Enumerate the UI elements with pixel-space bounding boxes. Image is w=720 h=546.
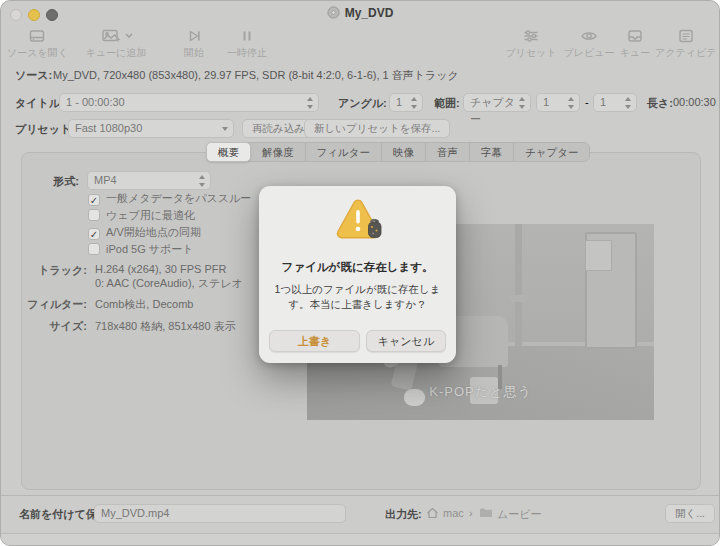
checkbox-icon: ✓ bbox=[88, 194, 100, 206]
stepper-icon bbox=[625, 97, 632, 109]
checkbox-icon: ✓ bbox=[88, 228, 100, 240]
start-button[interactable]: 開始 bbox=[176, 27, 212, 60]
cancel-button[interactable]: キャンセル bbox=[366, 330, 446, 352]
title-select[interactable]: 1 - 00:00:30 bbox=[59, 93, 319, 112]
activity-icon bbox=[655, 27, 717, 45]
overwrite-alert-dialog: ファイルが既に存在します。 1つ以上のファイルが既に存在します。本当に上書きしま… bbox=[259, 186, 456, 363]
format-select-value: MP4 bbox=[94, 174, 117, 186]
handbrake-window: My_DVD ソースを開く キューに追加 開始 一時停止 bbox=[0, 0, 720, 546]
title-select-value: 1 - 00:00:30 bbox=[66, 96, 125, 108]
overwrite-button[interactable]: 上書き bbox=[269, 330, 360, 352]
checkbox-label: iPod 5G サポート bbox=[106, 243, 194, 255]
dialog-message: 1つ以上のファイルが既に存在します。本当に上書きしますか？ bbox=[272, 282, 444, 312]
dropdown-arrow-icon bbox=[222, 127, 228, 131]
tab-summary[interactable]: 概要 bbox=[206, 142, 251, 162]
angle-select-value: 1 bbox=[396, 96, 402, 108]
disc-icon bbox=[327, 6, 340, 22]
size-label: サイズ: bbox=[9, 319, 87, 334]
preview-eye-icon bbox=[561, 27, 617, 45]
checkbox-av-align[interactable]: ✓A/V開始地点の同期 bbox=[88, 225, 201, 240]
activity-button[interactable]: アクティビティ bbox=[655, 27, 717, 60]
handbrake-badge-icon bbox=[368, 218, 381, 237]
angle-label: アングル: bbox=[338, 96, 387, 111]
add-to-queue-label: キューに追加 bbox=[81, 46, 151, 60]
tab-subtitles[interactable]: 字幕 bbox=[470, 143, 514, 161]
add-to-queue-button[interactable]: キューに追加 bbox=[81, 27, 151, 60]
stepper-icon bbox=[199, 175, 206, 187]
checkbox-web-optimized[interactable]: ウェブ用に最適化 bbox=[88, 208, 195, 223]
range-dash: - bbox=[585, 96, 589, 108]
presets-button[interactable]: プリセット bbox=[503, 27, 559, 60]
preview-wall-ledge bbox=[510, 295, 527, 303]
save-new-preset-button[interactable]: 新しいプリセットを保存... bbox=[304, 119, 450, 138]
range-to-value: 1 bbox=[600, 96, 606, 108]
tab-chapters[interactable]: チャプター bbox=[514, 143, 589, 161]
window-title-text: My_DVD bbox=[345, 6, 394, 20]
format-label: 形式: bbox=[41, 174, 79, 189]
preview-door-window bbox=[585, 240, 613, 271]
preview-label: プレビュー bbox=[561, 46, 617, 60]
open-source-icon bbox=[7, 27, 67, 45]
checkbox-label: A/V開始地点の同期 bbox=[106, 226, 201, 238]
checkbox-metadata-passthru[interactable]: ✓一般メタデータをパススルー bbox=[88, 191, 251, 206]
duration-label: 長さ: bbox=[647, 96, 673, 111]
filename-input[interactable]: My_DVD.mp4 bbox=[94, 504, 346, 523]
range-from-select[interactable]: 1 bbox=[536, 93, 580, 112]
breadcrumb-separator: › bbox=[469, 507, 473, 519]
tracks-line2: 0: AAC (CoreAudio), ステレオ bbox=[95, 276, 243, 291]
start-label: 開始 bbox=[176, 46, 212, 60]
destination-home[interactable]: mac bbox=[443, 507, 464, 519]
window-bottom-strip bbox=[1, 533, 719, 546]
destination-folder[interactable]: ムービー bbox=[497, 507, 542, 522]
folder-icon bbox=[479, 507, 493, 519]
preview-wall-column bbox=[515, 224, 522, 346]
preset-select[interactable]: Fast 1080p30 bbox=[68, 119, 234, 138]
size-line1: 718x480 格納, 851x480 表示 bbox=[95, 319, 236, 334]
title-label: タイトル: bbox=[15, 96, 64, 111]
pause-label: 一時停止 bbox=[219, 46, 275, 60]
checkbox-label: 一般メタデータをパススルー bbox=[106, 192, 251, 204]
open-source-button[interactable]: ソースを開く bbox=[7, 27, 67, 60]
stepper-icon bbox=[307, 97, 314, 109]
stepper-icon bbox=[411, 97, 418, 109]
open-button[interactable]: 開く... bbox=[665, 504, 715, 523]
queue-button[interactable]: キュー bbox=[615, 27, 655, 60]
presets-icon bbox=[503, 27, 559, 45]
dialog-title: ファイルが既に存在します。 bbox=[259, 260, 456, 275]
checkbox-icon bbox=[88, 243, 100, 255]
queue-label: キュー bbox=[615, 46, 655, 60]
filters-label: フィルター: bbox=[9, 297, 87, 312]
preset-label: プリセット: bbox=[15, 122, 75, 137]
bottom-bar: 名前を付けて保存: My_DVD.mp4 出力先: mac › ムービー 開く.… bbox=[1, 496, 719, 533]
tracks-line1: H.264 (x264), 30 FPS PFR bbox=[95, 263, 226, 275]
range-type-select[interactable]: チャプター bbox=[463, 93, 531, 112]
tab-video[interactable]: 映像 bbox=[382, 143, 426, 161]
activity-label: アクティビティ bbox=[655, 46, 717, 60]
home-icon bbox=[426, 507, 439, 519]
tab-audio[interactable]: 音声 bbox=[426, 143, 470, 161]
queue-icon bbox=[615, 27, 655, 45]
angle-select[interactable]: 1 bbox=[389, 93, 423, 112]
filters-line1: Comb検出, Decomb bbox=[95, 297, 193, 312]
warning-icon bbox=[259, 196, 456, 256]
preview-subtitle: K-POPだと思う bbox=[307, 383, 654, 401]
preview-button[interactable]: プレビュー bbox=[561, 27, 617, 60]
checkbox-icon bbox=[88, 209, 100, 221]
toolbar: ソースを開く キューに追加 開始 一時停止 プリセット bbox=[1, 27, 719, 63]
tab-filters[interactable]: フィルター bbox=[306, 143, 382, 161]
source-value: My_DVD, 720x480 (853x480), 29.97 FPS, SD… bbox=[53, 68, 459, 83]
filename-value: My_DVD.mp4 bbox=[101, 507, 169, 519]
tab-dimensions[interactable]: 解像度 bbox=[251, 143, 306, 161]
tracks-label: トラック: bbox=[9, 263, 87, 278]
duration-value: 00:00:30 bbox=[673, 96, 716, 108]
range-from-value: 1 bbox=[543, 96, 549, 108]
stepper-icon bbox=[568, 97, 575, 109]
range-to-select[interactable]: 1 bbox=[593, 93, 637, 112]
range-type-value: チャプター bbox=[470, 96, 515, 125]
pause-button[interactable]: 一時停止 bbox=[219, 27, 275, 60]
window-title: My_DVD bbox=[1, 6, 719, 22]
checkbox-ipod5g[interactable]: iPod 5G サポート bbox=[88, 242, 194, 257]
format-select[interactable]: MP4 bbox=[87, 171, 211, 190]
range-label: 範囲: bbox=[434, 96, 460, 111]
titlebar: My_DVD bbox=[1, 1, 719, 27]
